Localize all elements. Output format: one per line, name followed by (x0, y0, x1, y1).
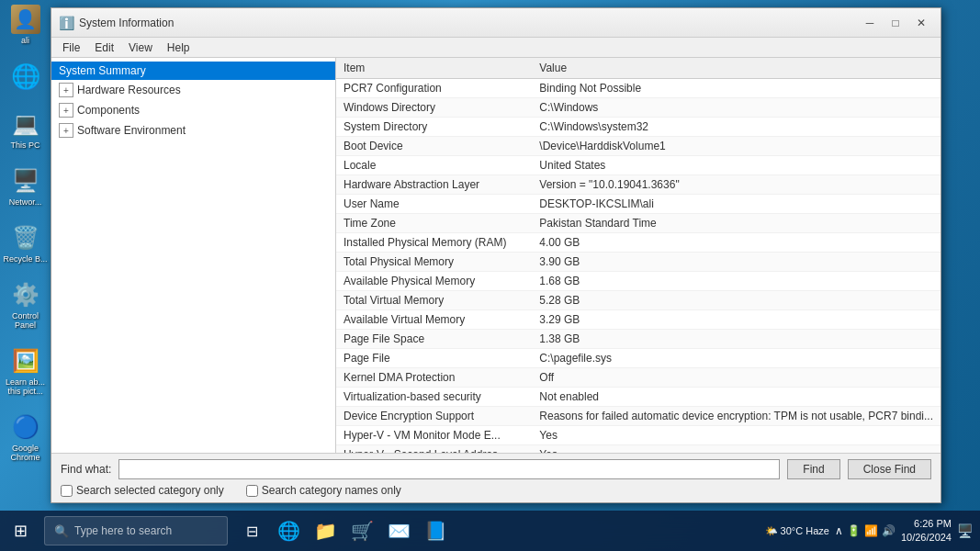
find-button[interactable]: Find (787, 459, 839, 479)
taskbar-app-explorer[interactable]: 📁 (309, 514, 342, 547)
tree-item-software-env[interactable]: + Software Environment (51, 120, 335, 141)
table-row[interactable]: Page File Space1.38 GB (336, 330, 941, 349)
close-button[interactable]: ✕ (909, 14, 933, 32)
table-cell-value: 3.90 GB (532, 253, 941, 272)
table-cell-value: Version = "10.0.19041.3636" (532, 175, 941, 195)
table-row[interactable]: Total Virtual Memory5.28 GB (336, 291, 941, 310)
desktop-icon-ali[interactable]: 👤 ali (3, 5, 49, 45)
table-cell-item: Time Zone (336, 214, 532, 233)
taskbar-app-store[interactable]: 🛒 (345, 514, 378, 547)
desktop-icon-network[interactable]: 🖥️ Networ... (3, 166, 49, 207)
col-header-value: Value (532, 58, 941, 79)
volume-icon[interactable]: 🔊 (882, 524, 896, 537)
table-row[interactable]: Time ZonePakistan Standard Time (336, 214, 941, 233)
table-row[interactable]: Boot Device\Device\HarddiskVolume1 (336, 137, 941, 156)
table-row[interactable]: PCR7 ConfigurationBinding Not Possible (336, 79, 941, 98)
table-row[interactable]: User NameDESKTOP-IKCSLIM\ali (336, 195, 941, 214)
table-cell-item: Hyper-V - Second Level Addres... (336, 445, 532, 454)
tree-panel: System Summary + Hardware Resources + Co… (51, 58, 336, 453)
battery-icon: 🔋 (847, 524, 861, 537)
notification-icon[interactable]: 🖥️ (957, 523, 973, 538)
menu-edit[interactable]: Edit (87, 39, 121, 56)
content-area: System Summary + Hardware Resources + Co… (51, 58, 941, 453)
table-row[interactable]: Total Physical Memory3.90 GB (336, 253, 941, 272)
desktop-icon-learn[interactable]: 🖼️ Learn ab... this pict... (3, 346, 49, 396)
taskbar-weather[interactable]: 🌤️ 30°C Haze (765, 525, 829, 537)
table-row[interactable]: System DirectoryC:\Windows\system32 (336, 118, 941, 137)
table-cell-item: PCR7 Configuration (336, 79, 532, 98)
search-selected-category-checkbox[interactable] (61, 485, 73, 497)
table-row[interactable]: Device Encryption SupportReasons for fai… (336, 407, 941, 426)
maximize-button[interactable]: □ (884, 14, 907, 32)
find-input[interactable] (118, 459, 780, 479)
table-cell-item: Page File Space (336, 330, 532, 349)
table-cell-value: Not enabled (532, 388, 941, 407)
taskbar-search-box[interactable]: 🔍 Type here to search (44, 516, 228, 545)
desktop-icon-recycle[interactable]: 🗑️ Recycle B... (3, 223, 49, 264)
table-row[interactable]: Page FileC:\pagefile.sys (336, 349, 941, 368)
window-controls: ─ □ ✕ (858, 14, 933, 32)
table-cell-item: Total Physical Memory (336, 253, 532, 272)
sysinfo-window: ℹ️ System Information ─ □ ✕ File Edit Vi… (51, 7, 941, 503)
table-cell-value: Binding Not Possible (532, 79, 941, 98)
menu-help[interactable]: Help (160, 39, 197, 56)
network-icon: 📶 (864, 524, 878, 537)
table-row[interactable]: Installed Physical Memory (RAM)4.00 GB (336, 233, 941, 253)
table-cell-value: 4.00 GB (532, 233, 941, 253)
search-selected-category-label[interactable]: Search selected category only (61, 484, 224, 497)
table-row[interactable]: LocaleUnited States (336, 156, 941, 175)
table-cell-value: Off (532, 368, 941, 388)
table-cell-value: 5.28 GB (532, 291, 941, 310)
table-cell-item: Virtualization-based security (336, 388, 532, 407)
find-row: Find what: Find Close Find (61, 459, 931, 479)
taskbar-app-edge[interactable]: 🌐 (272, 514, 305, 547)
table-cell-value: C:\pagefile.sys (532, 349, 941, 368)
tree-item-system-summary[interactable]: System Summary (51, 62, 335, 80)
taskbar-clock[interactable]: 6:26 PM 10/26/2024 (901, 517, 952, 545)
taskbar-app-taskview[interactable]: ⊟ (235, 514, 268, 547)
table-row[interactable]: Hardware Abstraction LayerVersion = "10.… (336, 175, 941, 195)
desktop-icon-this-pc[interactable]: 💻 This PC (3, 109, 49, 150)
table-row[interactable]: Available Physical Memory1.68 GB (336, 272, 941, 291)
taskbar-app-word[interactable]: 📘 (419, 514, 452, 547)
table-cell-value: United States (532, 156, 941, 175)
search-category-names-label[interactable]: Search category names only (246, 484, 401, 497)
table-row[interactable]: Hyper-V - VM Monitor Mode E...Yes (336, 426, 941, 445)
menu-view[interactable]: View (121, 39, 160, 56)
table-row[interactable]: Available Virtual Memory3.29 GB (336, 310, 941, 330)
taskbar-app-mail[interactable]: ✉️ (382, 514, 415, 547)
close-find-button[interactable]: Close Find (848, 459, 931, 479)
minimize-button[interactable]: ─ (858, 14, 882, 32)
table-cell-item: Total Virtual Memory (336, 291, 532, 310)
table-row[interactable]: Virtualization-based securityNot enabled (336, 388, 941, 407)
search-category-names-text: Search category names only (262, 484, 401, 497)
table-cell-item: Hardware Abstraction Layer (336, 175, 532, 195)
expand-software-icon: + (59, 123, 73, 138)
chevron-up-icon[interactable]: ∧ (835, 524, 843, 537)
table-cell-item: Kernel DMA Protection (336, 368, 532, 388)
table-cell-value: \Device\HarddiskVolume1 (532, 137, 941, 156)
table-cell-value: 1.68 GB (532, 272, 941, 291)
desktop-icon-edge[interactable]: 🌐 (3, 62, 49, 93)
find-options-row: Search selected category only Search cat… (61, 484, 931, 497)
table-cell-value: C:\Windows (532, 98, 941, 118)
tree-item-hardware[interactable]: + Hardware Resources (51, 80, 335, 100)
expand-hardware-icon: + (59, 83, 73, 97)
table-cell-item: System Directory (336, 118, 532, 137)
find-bar: Find what: Find Close Find Search select… (51, 453, 941, 502)
table-cell-value: Yes (532, 426, 941, 445)
menu-file[interactable]: File (55, 39, 87, 56)
tree-item-components[interactable]: + Components (51, 100, 335, 120)
table-cell-value: C:\Windows\system32 (532, 118, 941, 137)
table-cell-item: Locale (336, 156, 532, 175)
desktop-icon-control-panel[interactable]: ⚙️ Control Panel (3, 280, 49, 330)
table-row[interactable]: Windows DirectoryC:\Windows (336, 98, 941, 118)
window-title: System Information (79, 17, 858, 29)
table-cell-item: Hyper-V - VM Monitor Mode E... (336, 426, 532, 445)
table-cell-item: Page File (336, 349, 532, 368)
desktop-icon-chrome[interactable]: 🔵 Google Chrome (3, 412, 49, 462)
search-category-names-checkbox[interactable] (246, 485, 258, 497)
start-button[interactable]: ⊞ (0, 511, 40, 551)
table-row[interactable]: Hyper-V - Second Level Addres...Yes (336, 445, 941, 454)
table-row[interactable]: Kernel DMA ProtectionOff (336, 368, 941, 388)
